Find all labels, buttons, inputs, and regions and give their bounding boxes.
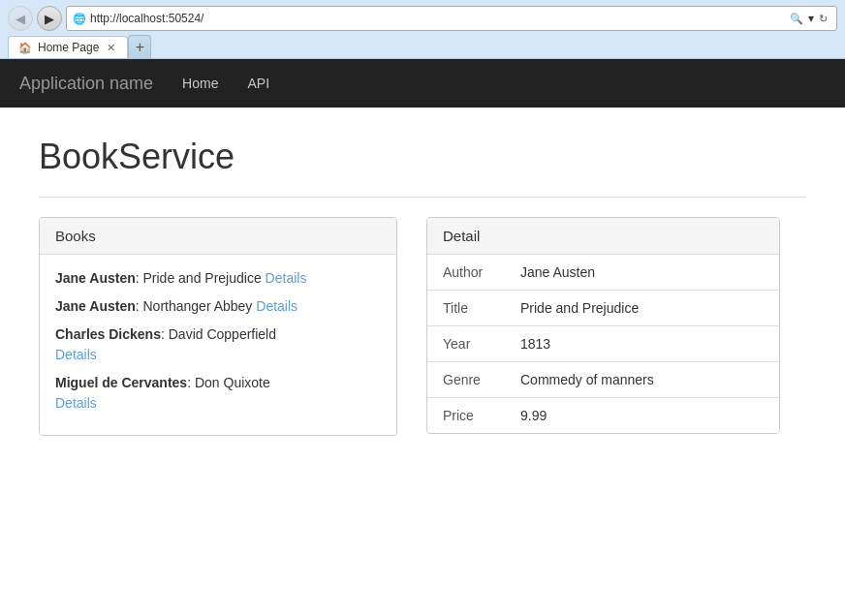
table-row: Year 1813 [427, 326, 779, 362]
browser-chrome: ◀ ▶ 🌐 http://localhost:50524/ 🔍 ▾ ↻ 🏠 Ho… [0, 0, 845, 59]
main-content: BookService Books Jane Austen: Pride and… [0, 108, 845, 465]
tab-label: Home Page [38, 41, 99, 54]
detail-value: Commedy of manners [505, 362, 779, 398]
book-details-link[interactable]: Details [266, 270, 307, 286]
detail-label: Title [427, 291, 505, 326]
address-text: http://localhost:50524/ [90, 12, 783, 25]
table-row: Author Jane Austen [427, 255, 779, 291]
books-panel-header: Books [40, 218, 396, 255]
book-author: Jane Austen [55, 270, 136, 286]
detail-label: Year [427, 326, 505, 362]
detail-label: Genre [427, 362, 505, 398]
list-item: Jane Austen: Northanger Abbey Details [55, 296, 381, 317]
table-row: Genre Commedy of manners [427, 362, 779, 398]
book-title: : Don Quixote [187, 375, 270, 390]
books-panel: Books Jane Austen: Pride and Prejudice D… [39, 217, 397, 436]
detail-value: 9.99 [505, 398, 779, 434]
list-item: Charles Dickens: David Copperfield Detai… [55, 324, 381, 365]
book-title: : Northanger Abbey [136, 298, 253, 314]
book-author: Miguel de Cervantes [55, 375, 187, 390]
book-details-link[interactable]: Details [55, 347, 97, 362]
table-row: Title Pride and Prejudice [427, 291, 779, 326]
nav-api-link[interactable]: API [247, 76, 269, 91]
table-row: Price 9.99 [427, 398, 779, 434]
tab-icon: 🏠 [18, 42, 32, 54]
address-actions: 🔍 ▾ ↻ [787, 12, 830, 26]
detail-table: Author Jane Austen Title Pride and Preju… [427, 255, 779, 433]
tab-home[interactable]: 🏠 Home Page ✕ [8, 36, 128, 58]
refresh-button[interactable]: ↻ [816, 12, 830, 26]
app-navbar: Application name Home API [0, 59, 845, 108]
nav-home-link[interactable]: Home [182, 76, 218, 91]
address-bar[interactable]: 🌐 http://localhost:50524/ 🔍 ▾ ↻ [66, 6, 837, 31]
panels: Books Jane Austen: Pride and Prejudice D… [39, 217, 806, 436]
book-author: Charles Dickens [55, 326, 161, 342]
new-tab-button[interactable]: + [128, 35, 151, 58]
tab-close-button[interactable]: ✕ [105, 42, 117, 54]
detail-value: Jane Austen [505, 255, 779, 291]
page-title: BookService [39, 137, 806, 177]
book-title: : David Copperfield [161, 326, 276, 342]
books-panel-body: Jane Austen: Pride and Prejudice Details… [40, 255, 396, 435]
book-title: : Pride and Prejudice [136, 270, 262, 286]
back-button[interactable]: ◀ [8, 6, 33, 31]
detail-label: Author [427, 255, 505, 291]
detail-label: Price [427, 398, 505, 434]
detail-panel-header: Detail [427, 218, 779, 255]
detail-panel: Detail Author Jane Austen Title Pride an… [426, 217, 780, 434]
list-item: Jane Austen: Pride and Prejudice Details [55, 268, 381, 289]
book-details-link[interactable]: Details [256, 298, 297, 314]
detail-value: 1813 [505, 326, 779, 362]
address-icon: 🌐 [73, 13, 86, 25]
separator: ▾ [808, 12, 814, 25]
book-author: Jane Austen [55, 298, 136, 314]
book-details-link[interactable]: Details [55, 395, 97, 411]
tab-bar: 🏠 Home Page ✕ + [8, 35, 837, 58]
app-name: Application name [19, 74, 153, 94]
forward-button[interactable]: ▶ [37, 6, 62, 31]
list-item: Miguel de Cervantes: Don Quixote Details [55, 373, 381, 414]
divider [39, 197, 806, 198]
browser-toolbar: ◀ ▶ 🌐 http://localhost:50524/ 🔍 ▾ ↻ [8, 6, 837, 31]
detail-value: Pride and Prejudice [505, 291, 779, 326]
search-button[interactable]: 🔍 [787, 12, 806, 26]
